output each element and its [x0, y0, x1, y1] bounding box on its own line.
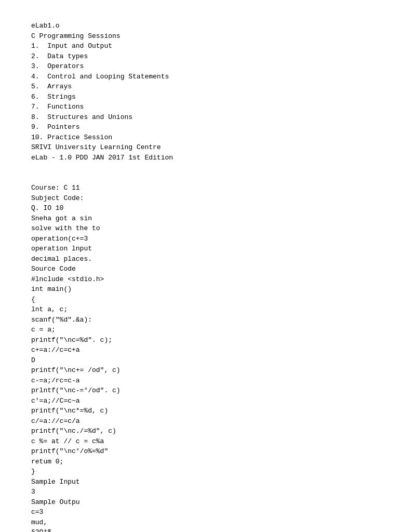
main-content: eLab1.o C Programming Sessions 1. Input …: [31, 21, 368, 532]
